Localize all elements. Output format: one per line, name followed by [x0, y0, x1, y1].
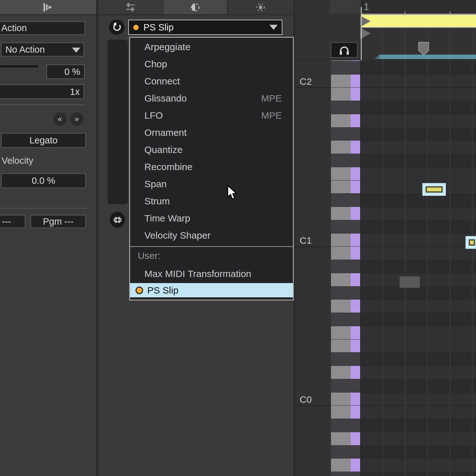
- shift-right-button[interactable]: »: [70, 112, 83, 126]
- piano-key-Gs-1[interactable]: [331, 446, 360, 459]
- velocity-field[interactable]: 0.0 %: [1, 173, 86, 188]
- legato-label: Legato: [30, 135, 58, 146]
- piano-key-G0[interactable]: [331, 300, 360, 313]
- piano-key-Ds0[interactable]: [331, 353, 360, 366]
- midi-note-body: [426, 186, 443, 193]
- midi-note-ghost-a0[interactable]: [400, 276, 420, 288]
- piano-key-F1[interactable]: [331, 167, 360, 180]
- menu-item-label: Time Warp: [144, 213, 190, 224]
- tab-transform[interactable]: [163, 0, 227, 14]
- piano-key-Cs0[interactable]: [331, 379, 360, 392]
- menu-item-time-warp[interactable]: Time Warp: [130, 210, 293, 227]
- piano-key-E0[interactable]: [331, 340, 360, 353]
- tab-generate[interactable]: [228, 0, 294, 14]
- piano-key-D0[interactable]: [331, 366, 360, 379]
- bank-value: ---: [2, 216, 11, 227]
- menu-item-glissando[interactable]: GlissandoMPE: [130, 90, 293, 107]
- menu-user-item-ps-slip[interactable]: PS Slip: [130, 283, 293, 297]
- refresh-icon: [111, 22, 122, 33]
- menu-item-quantize[interactable]: Quantize: [130, 141, 293, 158]
- piano-key-Fs-1[interactable]: [331, 472, 360, 476]
- grid-row-Cs2: [361, 61, 476, 75]
- note-grid[interactable]: [361, 60, 476, 476]
- rate-field[interactable]: 1x: [0, 84, 84, 99]
- piano-key-B1[interactable]: [331, 88, 360, 101]
- grid-row-B1: [361, 88, 476, 101]
- loop-brace-bottom-line: [361, 27, 476, 28]
- piano-key-As-1[interactable]: [331, 419, 360, 432]
- insert-marker[interactable]: [361, 7, 362, 60]
- tab-clip-overview[interactable]: [0, 0, 96, 14]
- legato-button[interactable]: Legato: [1, 133, 86, 148]
- scale-highlight-strip: [351, 406, 360, 419]
- tab-expression[interactable]: [98, 0, 163, 14]
- piano-key-A0[interactable]: [331, 273, 360, 286]
- amount-slider[interactable]: [0, 65, 38, 67]
- menu-item-span[interactable]: Span: [130, 175, 293, 193]
- menu-item-label: Velocity Shaper: [144, 230, 210, 241]
- menu-item-strum[interactable]: Strum: [130, 193, 293, 210]
- piano-key-D1[interactable]: [331, 207, 360, 220]
- piano-key-Cs2[interactable]: [331, 61, 360, 74]
- piano-key-F0[interactable]: [331, 326, 360, 339]
- piano-key-B-1[interactable]: [331, 406, 360, 419]
- keys-header-block: [330, 0, 361, 14]
- piano-key-Gs1[interactable]: [331, 128, 360, 141]
- menu-item-lfo[interactable]: LFOMPE: [130, 107, 293, 124]
- scale-highlight-strip: [351, 247, 360, 260]
- piano-key-E1[interactable]: [331, 181, 360, 194]
- piano-key-As1[interactable]: [331, 101, 360, 114]
- menu-item-velocity-shaper[interactable]: Velocity Shaper: [130, 227, 293, 244]
- piano-key-A1[interactable]: [331, 114, 360, 127]
- user-section-label: User:: [130, 247, 293, 265]
- shift-left-button[interactable]: «: [53, 112, 67, 126]
- menu-item-recombine[interactable]: Recombine: [130, 158, 293, 175]
- locator-flag-icon[interactable]: [418, 42, 429, 56]
- piano-roll: 1 C2C1C0: [295, 0, 476, 476]
- amount-field[interactable]: 0 %: [46, 64, 85, 79]
- menu-item-connect[interactable]: Connect: [130, 73, 293, 90]
- ableton-midi-transform-view: Action No Action 0 % 1x « » Legato Veloc…: [0, 0, 476, 476]
- piano-key-D2[interactable]: [331, 60, 360, 61]
- action-label: Action: [1, 23, 27, 33]
- refresh-button[interactable]: [109, 20, 124, 35]
- action-section-header: Action: [0, 21, 85, 35]
- piano-key-Cs1[interactable]: [331, 220, 360, 233]
- piano-key-Ds1[interactable]: [331, 194, 360, 207]
- loop-region-bar[interactable]: [361, 15, 476, 27]
- piano-key-Gs0[interactable]: [331, 287, 360, 300]
- ruler-top-strip: [361, 0, 476, 14]
- program-field[interactable]: Pgm ---: [30, 215, 86, 228]
- piano-keys[interactable]: [330, 60, 361, 476]
- scale-highlight-strip: [351, 88, 360, 101]
- scale-highlight-strip: [351, 234, 360, 247]
- piano-key-C1[interactable]: [331, 234, 360, 247]
- grid-row-A1: [361, 114, 476, 128]
- piano-key-G1[interactable]: [331, 141, 360, 154]
- bank-field[interactable]: ---: [0, 215, 25, 228]
- piano-key-Fs0[interactable]: [331, 313, 360, 326]
- menu-item-arpeggiate[interactable]: Arpeggiate: [130, 38, 293, 56]
- piano-key-Fs1[interactable]: [331, 154, 360, 167]
- octave-labels-column: C2C1C0: [295, 60, 330, 476]
- midi-note-selected-e1[interactable]: [422, 183, 446, 196]
- piano-key-C2[interactable]: [331, 75, 360, 88]
- transform-preset-select[interactable]: PS Slip: [128, 20, 282, 35]
- menu-item-ornament[interactable]: Ornament: [130, 124, 293, 141]
- grid-row-Cs1: [361, 220, 476, 234]
- piano-key-G-1[interactable]: [331, 459, 360, 472]
- piano-key-B0[interactable]: [331, 247, 360, 260]
- piano-key-As0[interactable]: [331, 260, 360, 273]
- generate-icon: [255, 1, 267, 13]
- menu-user-item-max-midi-transformation[interactable]: Max MIDI Transformation: [130, 265, 293, 283]
- midi-note-selected-c1[interactable]: [466, 236, 476, 249]
- grid-row-Gs1: [361, 128, 476, 141]
- audition-button[interactable]: [331, 42, 358, 58]
- menu-item-chop[interactable]: Chop: [130, 56, 293, 73]
- scale-highlight-strip: [351, 167, 360, 180]
- piano-key-A-1[interactable]: [331, 432, 360, 445]
- scale-highlight-strip: [351, 432, 360, 445]
- action-select[interactable]: No Action: [1, 43, 84, 56]
- loop-toggle-button[interactable]: [110, 212, 125, 228]
- piano-key-C0[interactable]: [331, 393, 360, 406]
